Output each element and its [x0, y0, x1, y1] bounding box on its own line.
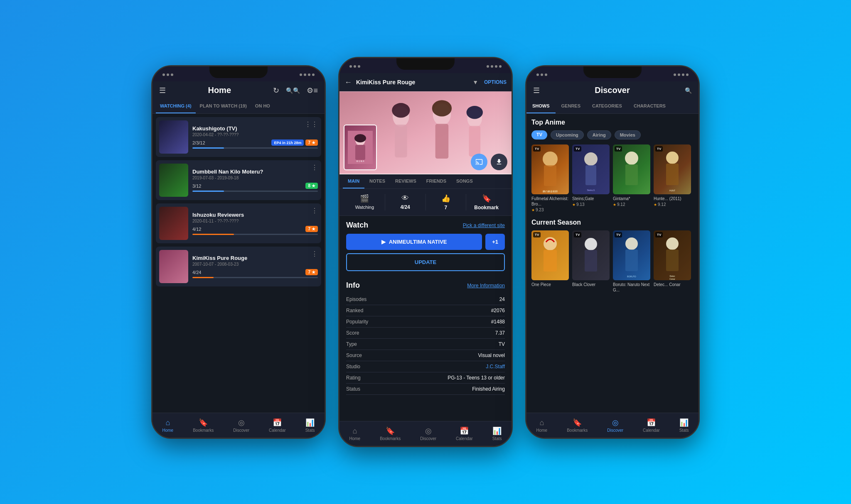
info-row-popularity: Popularity #1488: [346, 316, 505, 328]
list-item[interactable]: Ishuzoku Reviewers 2020-01-11 - ??-??-??…: [156, 203, 321, 243]
studio-val-link[interactable]: J.C.Staff: [486, 364, 505, 369]
pill-movies[interactable]: Movies: [615, 130, 641, 139]
info-section: Info More Information Episodes 24 Ranked…: [339, 276, 512, 400]
tab-friends[interactable]: FRIENDS: [421, 174, 451, 188]
more-options-icon[interactable]: ⋮: [305, 120, 318, 128]
tab-shows[interactable]: SHOWS: [526, 99, 556, 113]
status-label: Status: [346, 386, 360, 392]
nav-bookmarks[interactable]: 🔖 Bookmarks: [193, 418, 214, 433]
anime-card-steins[interactable]: TV Steins;G Steins;Gate ★ 9.13: [572, 144, 610, 212]
nav-discover-3[interactable]: ◎ Discover: [607, 418, 623, 433]
list-item[interactable]: KimiKiss Pure Rouge 2007-10-07 - 2008-03…: [156, 247, 321, 286]
show-date: 2007-10-07 - 2008-03-23: [192, 262, 318, 267]
gintama-score: ★ 9.12: [613, 202, 650, 207]
nav-calendar-label: Calendar: [269, 428, 286, 433]
tab-notes[interactable]: NOTES: [364, 174, 390, 188]
discover-tabs: SHOWS GENRES CATEGORIES CHARACTERS: [526, 99, 699, 114]
show-progress: 3/12: [192, 183, 201, 188]
discover-header: ☰ Discover 🔍: [526, 81, 699, 99]
home-header: Home 🔍 ≡: [152, 81, 325, 99]
search-icon-3[interactable]: 🔍: [685, 87, 692, 94]
nav-calendar-3[interactable]: 📅 Calendar: [643, 418, 660, 433]
ranked-label: Ranked: [346, 308, 363, 313]
menu-icon[interactable]: [159, 86, 166, 95]
info-row-type: Type TV: [346, 339, 505, 350]
search-icon[interactable]: 🔍: [286, 87, 300, 94]
nav-calendar-2[interactable]: 📅 Calendar: [456, 426, 473, 441]
anime-card-hunter[interactable]: TV HUNT Hunte... (2011) ★ 9.12: [654, 144, 691, 212]
list-item[interactable]: Kakushigoto (TV) 2020-04-02 - ??-??-????…: [156, 117, 321, 157]
options-button[interactable]: OPTIONS: [484, 79, 507, 85]
refresh-icon[interactable]: [273, 86, 279, 95]
bookmark-nav-icon: 🔖: [199, 418, 208, 427]
show-details: Ishuzoku Reviewers 2020-01-11 - ??-??-??…: [192, 212, 318, 235]
star-icon-2: ★: [572, 203, 576, 207]
pill-airing[interactable]: Airing: [587, 130, 611, 139]
type-badge-onepiece: TV: [533, 232, 541, 237]
nav-discover-2[interactable]: ◎ Discover: [420, 426, 436, 441]
type-badge-hunter: TV: [655, 146, 663, 152]
nav-stats[interactable]: 📊 Stats: [305, 418, 315, 433]
more-options-icon[interactable]: ⋮: [311, 207, 318, 215]
steins-name: Steins;Gate: [572, 196, 610, 201]
svg-text:BORUTO: BORUTO: [627, 275, 636, 278]
filter-icon[interactable]: ≡: [307, 86, 318, 95]
menu-icon-3[interactable]: ☰: [533, 86, 540, 95]
episodes-label: Episodes: [346, 296, 366, 302]
pick-site-link[interactable]: Pick a different site: [463, 223, 505, 228]
tab-songs[interactable]: SONGS: [451, 174, 478, 188]
nav-calendar[interactable]: 📅 Calendar: [269, 418, 286, 433]
svg-rect-35: [585, 250, 597, 272]
back-button[interactable]: ←: [344, 78, 352, 87]
update-button[interactable]: UPDATE: [346, 253, 505, 271]
nav-home-label-2: Home: [349, 436, 361, 441]
tab-reviews[interactable]: REVIEWS: [390, 174, 421, 188]
more-options-icon[interactable]: ⋮: [311, 250, 318, 258]
nav-stats-3[interactable]: 📊 Stats: [679, 418, 689, 433]
anime-card-onepiece[interactable]: TV One Piece: [531, 230, 569, 294]
anime-card-boruto[interactable]: TV BORUTO Boruto: Naruto Next G...: [613, 230, 650, 294]
tab-characters[interactable]: CHARACTERS: [628, 99, 671, 113]
svg-rect-42: [666, 250, 679, 271]
top-anime-grid: TV 鋼の錬金術師 Fullmetal Alchemist: Bro... ★: [531, 144, 694, 212]
pill-tv[interactable]: TV: [531, 130, 547, 139]
list-item[interactable]: Dumbbell Nan Kilo Moteru? 2019-07-03 - 2…: [156, 160, 321, 200]
svg-text:鋼の錬金術師: 鋼の錬金術師: [543, 190, 558, 193]
anime-card-detective[interactable]: TV Detec Conar Detec... Conar: [654, 230, 691, 294]
nav-home-label-3: Home: [536, 428, 548, 433]
tab-on-hold[interactable]: ON HO: [251, 99, 274, 113]
nav-home[interactable]: ⌂ Home: [162, 418, 174, 433]
svg-point-8: [432, 100, 452, 116]
nav-bookmarks-3[interactable]: 🔖 Bookmarks: [567, 418, 588, 433]
download-button[interactable]: [491, 154, 507, 170]
more-info-link[interactable]: More Information: [467, 283, 505, 289]
stat-bookmark[interactable]: 🔖 Bookmark: [468, 194, 505, 210]
tab-genres[interactable]: GENRES: [556, 99, 586, 113]
watch-plus-button[interactable]: +1: [485, 234, 505, 250]
tab-plan-to-watch[interactable]: PLAN TO WATCH (19): [196, 99, 251, 113]
tab-main[interactable]: MAIN: [343, 174, 364, 188]
tab-watching[interactable]: WATCHING (4): [156, 99, 196, 113]
type-badge-gintama: TV: [615, 146, 622, 152]
stat-watching: 🎬 Watching: [346, 194, 383, 210]
nav-discover[interactable]: ◎ Discover: [233, 418, 249, 433]
nav-home-3[interactable]: ⌂ Home: [536, 418, 548, 433]
nav-stats-2[interactable]: 📊 Stats: [492, 426, 502, 441]
nav-bookmarks-label-3: Bookmarks: [567, 428, 588, 433]
boruto-name: Boruto: Naruto Next G...: [613, 282, 650, 293]
watch-primary-button[interactable]: ▶ ANIMEULTIMA NATIVE: [346, 234, 482, 250]
anime-card-blackclover[interactable]: TV Black Clover: [572, 230, 610, 294]
show-details: Dumbbell Nan Kilo Moteru? 2019-07-03 - 2…: [192, 169, 318, 192]
more-options-icon[interactable]: ⋮: [311, 164, 318, 171]
tab-categories[interactable]: CATEGORIES: [586, 99, 628, 113]
gintama-name: Gintama*: [613, 196, 650, 201]
anime-card-gintama[interactable]: TV Gintama* ★ 9.12: [613, 144, 650, 212]
cast-button[interactable]: [471, 154, 487, 170]
stat-episodes: 👁 4/24: [387, 194, 424, 210]
pill-upcoming[interactable]: Upcoming: [551, 130, 584, 139]
svg-point-20: [584, 152, 598, 166]
score-badge: 8 ★: [305, 183, 318, 189]
anime-card-fma[interactable]: TV 鋼の錬金術師 Fullmetal Alchemist: Bro... ★: [531, 144, 569, 212]
nav-bookmarks-2[interactable]: 🔖 Bookmarks: [380, 426, 401, 441]
nav-home-2[interactable]: ⌂ Home: [349, 427, 361, 441]
